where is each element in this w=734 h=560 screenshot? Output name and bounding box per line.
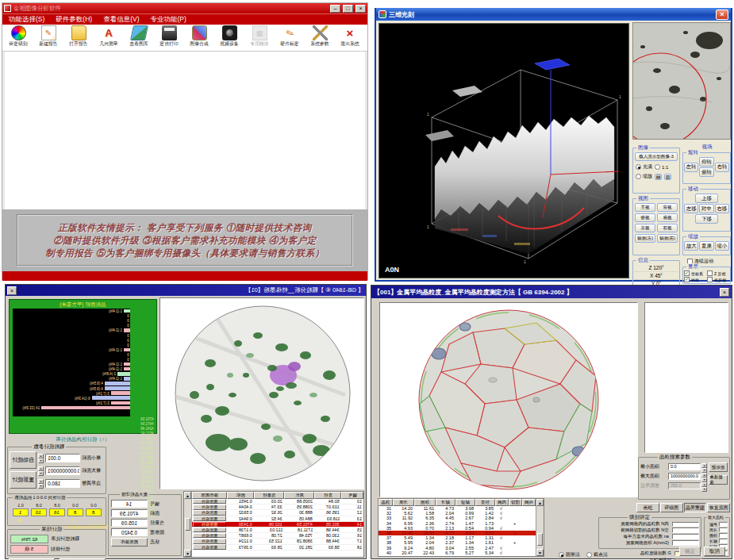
center-button[interactable]: 对中	[699, 204, 713, 213]
view-button[interactable]: 轴测(左)	[635, 234, 655, 243]
display-checkbox[interactable]: 线框	[684, 277, 706, 282]
toolbar-button[interactable]: 专用模块	[245, 25, 274, 48]
auto-statistics-button[interactable]: 自动统计	[10, 451, 37, 469]
search-param-field[interactable]: 1000000000.0	[668, 473, 701, 480]
scroll-down-arrow[interactable]: ▼	[184, 550, 191, 557]
spinner[interactable]: ▲▼	[38, 454, 44, 462]
move-left-button[interactable]: 左移	[684, 204, 698, 213]
scroll-thumb[interactable]	[537, 533, 543, 546]
menu-item[interactable]: 硬件参数(H)	[56, 15, 92, 25]
toolbar-button[interactable]: 评定级别	[4, 25, 33, 48]
toolbar-button[interactable]: 硬件标定	[275, 25, 304, 48]
grain-micrograph[interactable]	[390, 305, 628, 495]
toolbar-button[interactable]: 新建报告	[34, 25, 63, 48]
search-param-field[interactable]: 250.0	[668, 482, 701, 489]
row-operation-button[interactable]: 图形操作	[193, 539, 226, 544]
cancel-button[interactable]: 取消	[704, 547, 725, 556]
table-scrollbar[interactable]: ▲ ▼	[184, 492, 192, 557]
method-radio[interactable]: 截点法	[586, 551, 608, 558]
title-bar[interactable]: 三维光刻 ×	[376, 8, 731, 21]
range-count-cell[interactable]: 8	[86, 508, 102, 516]
menu-item[interactable]: 专业功能(P)	[151, 15, 186, 25]
table-row[interactable]: 34 6.95 2.36 2.74 1.47 1.73 +	[379, 521, 536, 526]
toolbar-button[interactable]: 退出系统	[336, 25, 364, 48]
search-param-field[interactable]: 0.0	[668, 463, 701, 470]
range-count-cell[interactable]: 8	[67, 508, 83, 516]
row-operation-button[interactable]: 图形操作	[193, 527, 226, 533]
particle-micrograph[interactable]	[163, 300, 361, 487]
view-button[interactable]: 背视	[657, 203, 678, 212]
close-button[interactable]: ×	[355, 5, 366, 13]
preset-button[interactable]: 预设值	[709, 462, 728, 472]
scroll-up-arrow[interactable]: ▲	[184, 492, 191, 499]
spinner[interactable]: ▲▼	[38, 479, 44, 488]
action-button[interactable]: 恢复原图	[707, 503, 730, 512]
row-operation-button[interactable]: 图形操作	[193, 533, 226, 539]
row-operation-button[interactable]: 图形操作	[193, 522, 226, 527]
spinner[interactable]: ▲▼	[701, 463, 707, 470]
row-operation-button[interactable]: 图形操作	[193, 504, 226, 510]
scroll-up-arrow[interactable]: ▲	[536, 499, 544, 506]
row-operation-button[interactable]: 图形操作	[193, 516, 226, 521]
spinner[interactable]: ▲▼	[701, 482, 707, 489]
title-bar[interactable]: 金相图像分析软件 – □ ×	[2, 3, 367, 13]
range-count-cell[interactable]: 16	[49, 508, 65, 516]
toolbar-button[interactable]: 打开报告	[64, 25, 93, 48]
row-operation-button[interactable]: 图形操作	[193, 499, 226, 504]
move-right-button[interactable]: 右移	[715, 204, 729, 213]
menu-item[interactable]: 功能选择(S)	[9, 15, 44, 25]
title-bar[interactable]: 【001】金属平均晶粒度_金属平均晶粒度测定方法【 GB 6394-2002 】…	[371, 286, 732, 298]
menu-item[interactable]: 查看信息(V)	[103, 15, 139, 25]
scroll-down-arrow[interactable]: ▼	[536, 549, 544, 556]
table-row[interactable]: 40 20.47 22.43 6.79 5.27 5.34 √	[379, 550, 536, 555]
3d-viewport[interactable]: 1111 A0N	[379, 23, 629, 278]
spinner[interactable]: ▲▼	[38, 466, 44, 475]
rotate-up-button[interactable]: 仰转	[699, 157, 714, 167]
rotate-down-button[interactable]: 俯转	[699, 167, 714, 177]
table-row[interactable]: 38 5.95 2.04 2.37 1.34 1.61 +	[379, 540, 536, 545]
research-button[interactable]: 重新搜索	[709, 475, 728, 485]
toolbar-button[interactable]: 定倍打印	[155, 25, 183, 48]
scale-minus-button[interactable]: ▤	[655, 174, 662, 180]
table-row[interactable]: 图形操作 0.3973 28.93 281.20 58.93 18	[192, 545, 363, 550]
rotate-right-button[interactable]: 右转	[715, 163, 729, 172]
range-count-cell[interactable]: 10	[31, 508, 47, 516]
action-button[interactable]: 晶界重建	[684, 503, 707, 512]
view-button[interactable]: 轴测(右)	[657, 234, 678, 243]
micrograph-thumbnail[interactable]	[632, 22, 731, 140]
rotate-left-button[interactable]: 左转	[684, 163, 698, 172]
display-checkbox[interactable]: 色反相	[707, 277, 729, 282]
view-button[interactable]: 底视	[657, 213, 678, 222]
view-button[interactable]: 主视	[635, 203, 655, 212]
table-scrollbar[interactable]: ▲ ▼	[536, 499, 544, 556]
shape-operation-button[interactable]: 图形操作	[111, 538, 148, 547]
results-list-panel[interactable]	[644, 302, 728, 453]
row-operation-button[interactable]: 图形操作	[193, 510, 226, 516]
recalculate-button[interactable]: 重新统计	[10, 471, 37, 489]
ok-button[interactable]: 确定	[679, 547, 701, 556]
move-up-button[interactable]: 上移	[695, 194, 718, 203]
display-checkbox[interactable]: Z 反相	[707, 270, 729, 276]
close-button[interactable]: ×	[7, 286, 17, 295]
parameter-value-field[interactable]: 0.001	[45, 454, 80, 462]
toolbar-button[interactable]: 几何测量	[94, 25, 123, 48]
zoom-reset-button[interactable]: 复原	[699, 241, 713, 251]
one-to-one-radio[interactable]: 1:1	[655, 163, 668, 171]
minimize-button[interactable]: –	[330, 5, 340, 13]
maximize-button[interactable]: □	[343, 5, 353, 13]
view-button[interactable]: 右视	[657, 224, 678, 232]
action-button[interactable]: 画框	[636, 503, 659, 512]
close-button[interactable]: ×	[720, 288, 729, 297]
table-row[interactable]: 36 27.40 29.50 9.77 4.99 6.02 +	[379, 531, 536, 535]
scale-radio[interactable]: 缩放	[636, 173, 652, 180]
toolbar-button[interactable]: 视频设备	[215, 25, 244, 48]
display-checkbox[interactable]: 坐标系	[684, 270, 706, 276]
row-operation-button[interactable]: 图形操作	[193, 544, 226, 550]
toolbar-button[interactable]: 系统参数	[306, 25, 334, 48]
parameter-value-field[interactable]: 180.0	[45, 479, 80, 488]
parameter-value-field[interactable]: 0.0000000001	[45, 466, 80, 475]
toolbar-button[interactable]: 图像合成	[185, 25, 213, 48]
method-radio[interactable]: 圆形法	[559, 551, 580, 558]
action-button[interactable]: 评级图	[660, 503, 683, 512]
load-demo-image-button[interactable]: 载入演示型图像-3	[635, 152, 678, 161]
